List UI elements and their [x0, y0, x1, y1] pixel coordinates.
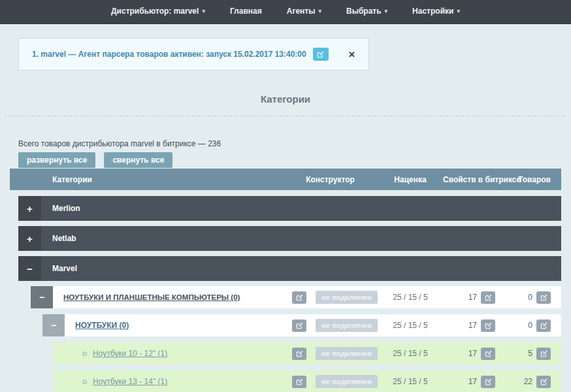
group-row-merlion[interactable]: + Merlion [18, 196, 561, 221]
pencil-square-icon [296, 378, 303, 385]
products-edit-button[interactable] [536, 319, 551, 332]
expand-all-button[interactable]: развернуть все [18, 152, 95, 168]
constructor-edit-button[interactable] [292, 319, 306, 332]
ring-icon [82, 380, 87, 384]
status-badge: не подключен [316, 375, 378, 388]
nav-agents-label: Агенты [287, 7, 316, 16]
nav-settings-label: Настройки [412, 7, 453, 16]
nav-settings[interactable]: Настройки ▾ [412, 7, 460, 16]
header-constructor: Конструктор [283, 175, 378, 184]
category-link[interactable]: НОУТБУКИ (0) [75, 321, 129, 330]
page: Дистрибьютор: marvel ▾ Главная Агенты ▾ … [0, 0, 571, 392]
page-title: Категории [0, 93, 571, 105]
group-row-marvel[interactable]: − Marvel [18, 256, 561, 281]
nav-select-label: Выбрать [346, 7, 382, 16]
props-edit-button[interactable] [481, 376, 495, 388]
caret-down-icon: ▾ [318, 8, 321, 14]
pencil-square-icon [296, 350, 303, 357]
status-badge: не подключен [316, 291, 378, 304]
total-products-text: Всего товаров дистрибьютора marvel в бит… [18, 139, 221, 148]
status-badge: не подключен [316, 347, 378, 360]
nav-home-label: Главная [230, 7, 262, 16]
collapse-icon[interactable]: − [42, 314, 65, 336]
pencil-square-icon [540, 322, 547, 329]
expand-icon[interactable]: + [18, 226, 41, 251]
products-count: 22 [524, 377, 532, 386]
caret-down-icon: ▾ [385, 8, 388, 14]
pencil-square-icon [296, 294, 303, 301]
caret-down-icon: ▾ [202, 8, 205, 14]
products-edit-button[interactable] [536, 348, 551, 360]
categories-table: Категории Конструктор Наценка Свойств в … [10, 169, 561, 392]
nav-home[interactable]: Главная [230, 7, 262, 16]
collapse-icon[interactable]: − [31, 286, 53, 308]
header-category: Категории [10, 175, 283, 184]
products-count: 0 [528, 293, 532, 302]
caret-down-icon: ▾ [457, 8, 460, 14]
category-row-laptops-13-14: Ноутбуки 13 - 14" (1) не подключен 25 / … [54, 370, 561, 392]
pencil-square-icon [296, 322, 303, 329]
pencil-square-icon [485, 350, 492, 357]
props-count: 17 [468, 377, 477, 386]
agent-notification-text: 1. marvel — Агент парсера товаров активе… [32, 50, 306, 59]
dashed-separator [5, 116, 566, 116]
constructor-edit-button[interactable] [292, 291, 306, 304]
agent-notification: 1. marvel — Агент парсера товаров активе… [18, 38, 369, 71]
nav-distributor[interactable]: Дистрибьютор: marvel ▾ [111, 7, 205, 16]
header-products: Товаров [495, 175, 551, 184]
group-name: Marvel [52, 264, 77, 273]
products-count: 0 [528, 321, 532, 330]
markup-value: 25 / 15 / 5 [378, 321, 443, 330]
pencil-square-icon [540, 378, 547, 385]
close-icon[interactable]: ✕ [348, 50, 355, 59]
nav-select[interactable]: Выбрать ▾ [346, 7, 387, 16]
expand-collapse-controls: развернуть все свернуть все [18, 152, 172, 168]
markup-value: 25 / 15 / 5 [378, 293, 443, 302]
products-edit-button[interactable] [536, 291, 551, 304]
table-header: Категории Конструктор Наценка Свойств в … [10, 169, 561, 190]
expand-icon[interactable]: + [18, 196, 41, 221]
markup-value: 25 / 15 / 5 [378, 349, 443, 358]
props-count: 17 [468, 293, 477, 302]
pencil-square-icon [317, 51, 324, 58]
group-row-netlab[interactable]: + Netlab [18, 226, 561, 251]
props-count: 17 [468, 349, 477, 358]
header-markup: Наценка [378, 175, 443, 184]
collapse-all-button[interactable]: свернуть все [104, 152, 172, 168]
pencil-square-icon [485, 322, 492, 329]
props-edit-button[interactable] [481, 319, 495, 332]
pencil-square-icon [540, 294, 547, 301]
products-edit-button[interactable] [536, 376, 551, 388]
markup-value: 25 / 15 / 5 [378, 377, 443, 386]
category-row-laptops: − НОУТБУКИ (0) не подключен 25 / 15 / 5 … [42, 314, 561, 336]
category-link[interactable]: НОУТБУКИ И ПЛАНШЕТНЫЕ КОМПЬЮТЕРЫ (0) [63, 293, 240, 301]
pencil-square-icon [485, 378, 492, 385]
category-link[interactable]: Ноутбуки 13 - 14" (1) [93, 377, 167, 386]
props-edit-button[interactable] [481, 291, 495, 304]
pencil-square-icon [540, 350, 547, 357]
pencil-square-icon [485, 294, 492, 301]
status-badge: не подключен [316, 319, 378, 332]
props-count: 17 [468, 321, 477, 330]
category-link[interactable]: Ноутбуки 10 - 12" (1) [93, 349, 167, 358]
top-navbar: Дистрибьютор: marvel ▾ Главная Агенты ▾ … [0, 0, 571, 24]
category-row-laptops-10-12: Ноутбуки 10 - 12" (1) не подключен 25 / … [54, 342, 561, 365]
header-props: Свойств в битриксе [443, 175, 495, 184]
group-name: Netlab [52, 234, 76, 243]
category-row-laptops-tablets: − НОУТБУКИ И ПЛАНШЕТНЫЕ КОМПЬЮТЕРЫ (0) н… [31, 286, 561, 308]
nav-agents[interactable]: Агенты ▾ [287, 7, 321, 16]
nav-distributor-label: Дистрибьютор: marvel [111, 7, 199, 16]
constructor-edit-button[interactable] [292, 348, 306, 360]
ring-icon [82, 351, 87, 356]
props-edit-button[interactable] [481, 348, 495, 360]
group-name: Merlion [52, 204, 80, 213]
agent-edit-button[interactable] [313, 48, 329, 61]
constructor-edit-button[interactable] [292, 376, 306, 388]
collapse-icon[interactable]: − [18, 256, 41, 281]
products-count: 5 [528, 349, 532, 358]
